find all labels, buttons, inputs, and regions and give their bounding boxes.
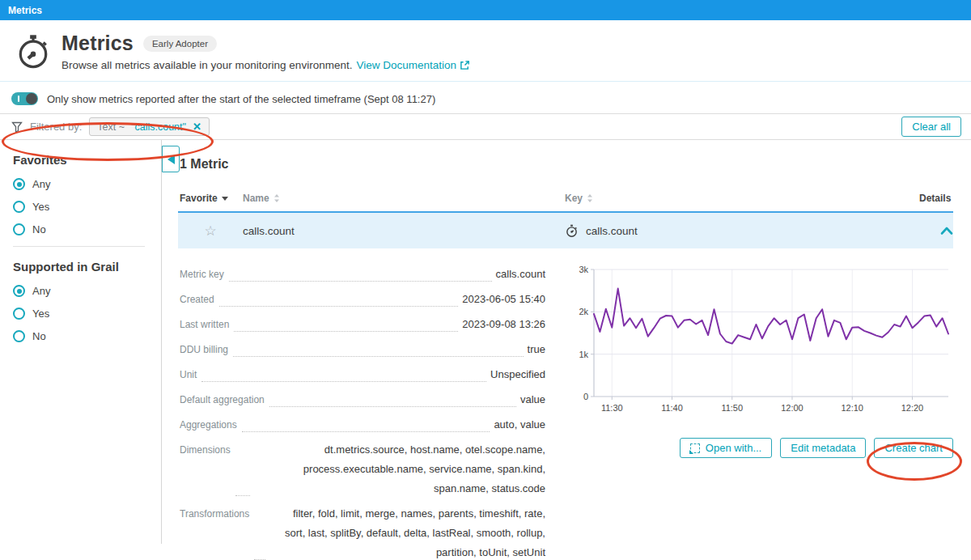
- property-list: Metric keycalls.countCreated2023-06-05 1…: [180, 265, 545, 560]
- property-value: filter, fold, limit, merge, names, paren…: [269, 504, 545, 560]
- property-row: UnitUnspecified: [180, 365, 545, 384]
- toggle-on-mark: [18, 95, 19, 102]
- toggle-label: Only show metrics reported after the sta…: [47, 93, 435, 105]
- radio-icon: [13, 223, 25, 235]
- filter-bar: Filtered by: Text ~ "calls.count" ✕ Clea…: [0, 113, 971, 140]
- table-header: Favorite Name Key Details: [178, 193, 953, 211]
- column-key[interactable]: Key: [565, 193, 919, 204]
- property-value: auto, value: [494, 415, 545, 435]
- radio-supported-in-grail-yes[interactable]: Yes: [13, 308, 151, 320]
- sort-icon: [273, 193, 280, 203]
- svg-text:12:00: 12:00: [781, 403, 804, 413]
- radio-supported-in-grail-any[interactable]: Any: [13, 285, 151, 297]
- sidebar-group-title: Supported in Grail: [13, 260, 151, 274]
- filter-chip-close-icon[interactable]: ✕: [193, 121, 201, 133]
- dotted-leader: [219, 306, 459, 307]
- chart-column: 11:3011:4011:5012:0012:1012:2001k2k3k Op…: [573, 265, 953, 560]
- metric-series-line: [594, 289, 948, 344]
- svg-text:1k: 1k: [579, 350, 588, 359]
- row-actions: Open with... Edit metadata Create chart: [573, 438, 953, 458]
- column-details: Details: [919, 193, 953, 204]
- sidebar-divider: [13, 246, 145, 247]
- radio-label: Yes: [32, 308, 49, 320]
- radio-label: No: [32, 223, 46, 235]
- radio-icon: [13, 201, 25, 213]
- filter-label: Filtered by:: [30, 121, 82, 133]
- column-favorite[interactable]: Favorite: [180, 193, 243, 204]
- dotted-leader: [235, 495, 250, 496]
- radio-icon: [13, 330, 25, 342]
- dotted-leader: [233, 356, 524, 357]
- radio-favorites-yes[interactable]: Yes: [13, 201, 151, 213]
- svg-text:12:10: 12:10: [841, 403, 863, 413]
- dotted-leader: [242, 431, 490, 432]
- stopwatch-icon: [565, 224, 579, 238]
- collapse-arrow-icon: [167, 155, 175, 164]
- property-row: Metric keycalls.count: [180, 265, 545, 284]
- filter-chip-value: "calls.count": [131, 121, 186, 133]
- radio-favorites-any[interactable]: Any: [13, 178, 151, 190]
- sort-icon: [587, 193, 593, 203]
- radio-supported-in-grail-no[interactable]: No: [13, 330, 151, 342]
- radio-label: No: [32, 330, 46, 342]
- clear-all-button[interactable]: Clear all: [901, 117, 961, 137]
- property-value: value: [520, 390, 545, 409]
- metric-table-row[interactable]: ☆ calls.count calls.count: [178, 211, 953, 248]
- edit-metadata-button[interactable]: Edit metadata: [780, 438, 866, 458]
- filter-funnel-icon: [11, 121, 23, 133]
- property-row: Created2023-06-05 15:40: [180, 290, 545, 309]
- toggle-knob: [26, 93, 37, 104]
- property-value: true: [528, 340, 545, 359]
- property-row: Dimensionsdt.metrics.source, host.name, …: [180, 440, 545, 498]
- radio-label: Yes: [32, 201, 49, 213]
- property-label: DDU billing: [180, 342, 228, 357]
- svg-text:0: 0: [583, 392, 588, 401]
- metrics-page: Metrics Metrics Early Adopter Browse all…: [0, 0, 971, 560]
- stopwatch-icon: [15, 33, 52, 70]
- page-title: Metrics: [61, 32, 134, 55]
- dotted-leader: [234, 331, 458, 332]
- radio-label: Any: [32, 178, 50, 190]
- column-name[interactable]: Name: [243, 193, 565, 204]
- chevron-up-icon[interactable]: [940, 226, 953, 235]
- filter-chip[interactable]: Text ~ "calls.count" ✕: [89, 117, 210, 136]
- sidebar-collapse-button[interactable]: [162, 146, 180, 172]
- svg-text:11:40: 11:40: [661, 403, 683, 413]
- page-header: Metrics Early Adopter Browse all metrics…: [0, 20, 971, 82]
- dropdown-caret-icon: [222, 197, 228, 201]
- results-panel: 1 Metric Favorite Name Key Details: [161, 140, 971, 544]
- view-documentation-link[interactable]: View Documentation: [356, 59, 470, 71]
- filter-sidebar: FavoritesAnyYesNoSupported in GrailAnyYe…: [0, 140, 161, 544]
- open-with-button[interactable]: Open with...: [680, 438, 772, 458]
- timeframe-toggle[interactable]: [11, 92, 38, 105]
- create-chart-button[interactable]: Create chart: [874, 438, 953, 458]
- property-row: DDU billingtrue: [180, 340, 545, 359]
- open-with-icon: [690, 443, 700, 453]
- svg-text:11:50: 11:50: [721, 403, 743, 413]
- property-label: Default aggregation: [180, 392, 265, 407]
- property-label: Aggregations: [180, 418, 237, 432]
- property-row: Last written2023-09-08 13:26: [180, 315, 545, 334]
- external-link-icon: [460, 60, 470, 70]
- radio-icon: [13, 285, 25, 297]
- page-description: Browse all metrics available in your mon…: [61, 59, 352, 71]
- favorite-star-icon[interactable]: ☆: [178, 223, 243, 240]
- dotted-leader: [269, 406, 516, 407]
- property-value: 2023-09-08 13:26: [462, 315, 545, 334]
- property-label: Transformations: [180, 507, 249, 521]
- dotted-leader: [201, 381, 486, 382]
- metric-details: Metric keycalls.countCreated2023-06-05 1…: [178, 248, 953, 560]
- metric-key: calls.count: [586, 225, 638, 237]
- property-label: Unit: [180, 367, 197, 382]
- timeframe-toggle-row: Only show metrics reported after the sta…: [0, 82, 971, 113]
- property-row: Transformationsfilter, fold, limit, merg…: [180, 504, 545, 560]
- property-row: Default aggregationvalue: [180, 390, 545, 409]
- svg-text:12:20: 12:20: [901, 403, 924, 413]
- radio-favorites-no[interactable]: No: [13, 223, 151, 235]
- property-value: calls.count: [496, 265, 545, 284]
- property-value: Unspecified: [490, 365, 545, 384]
- radio-icon: [13, 178, 25, 190]
- property-label: Last written: [180, 317, 229, 332]
- early-adopter-badge: Early Adopter: [143, 36, 217, 52]
- sidebar-group-title: Favorites: [13, 153, 151, 167]
